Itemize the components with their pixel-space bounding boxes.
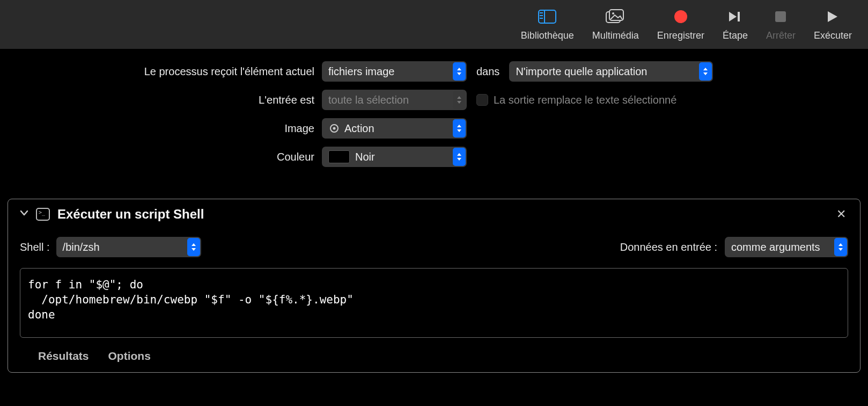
replace-output-checkbox: La sortie remplace le texte sélectionné	[476, 94, 676, 106]
script-content: for f in "$@"; do /opt/homebrew/bin/cweb…	[28, 277, 840, 322]
stepper-icon	[699, 62, 712, 81]
shell-value: /bin/zsh	[63, 241, 100, 253]
app-select[interactable]: N'importe quelle application	[509, 61, 713, 82]
results-tab[interactable]: Résultats	[38, 350, 89, 363]
color-swatch	[328, 150, 350, 163]
input-data-select[interactable]: comme arguments	[725, 237, 848, 257]
svg-rect-2	[540, 12, 543, 13]
collapse-toggle[interactable]	[20, 209, 28, 219]
svg-rect-9	[738, 12, 740, 21]
action-title: Exécuter un script Shell	[57, 207, 204, 222]
app-value: N'importe quelle application	[516, 66, 647, 78]
library-label: Bibliothèque	[521, 30, 574, 41]
run-button[interactable]: Exécuter	[814, 8, 852, 41]
image-label: Image	[0, 122, 322, 135]
svg-point-7	[612, 12, 614, 15]
image-select[interactable]: Action	[322, 118, 467, 139]
media-label: Multimédia	[592, 30, 639, 41]
input-data-label: Données en entrée :	[620, 241, 717, 253]
record-icon	[674, 8, 688, 26]
close-icon[interactable]: ✕	[834, 207, 848, 221]
library-button[interactable]: Bibliothèque	[521, 8, 574, 41]
record-button[interactable]: Enregistrer	[657, 8, 704, 41]
in-label: dans	[476, 66, 499, 78]
svg-point-8	[674, 10, 687, 23]
stepper-icon	[453, 119, 466, 137]
play-icon	[827, 8, 838, 26]
svg-rect-3	[540, 15, 543, 16]
input-is-label: L'entrée est	[0, 94, 322, 106]
svg-point-12	[333, 127, 336, 130]
toolbar: Bibliothèque Multimédia Enregistrer Étap…	[0, 0, 868, 49]
stepper-icon	[453, 91, 466, 109]
stepper-icon	[187, 238, 200, 256]
step-icon	[728, 8, 742, 26]
checkbox-box	[476, 94, 488, 106]
run-label: Exécuter	[814, 30, 852, 41]
replace-output-label: La sortie remplace le texte sélectionné	[494, 94, 676, 106]
svg-rect-10	[775, 11, 786, 22]
shell-action-card: >_ Exécuter un script Shell ✕ Shell : /b…	[8, 199, 860, 373]
sidebar-icon	[538, 8, 556, 26]
workflow-config: Le processus reçoit l'élément actuel fic…	[0, 49, 868, 191]
color-value: Noir	[355, 151, 375, 163]
stepper-icon	[834, 238, 847, 256]
step-label: Étape	[723, 30, 748, 41]
gear-icon	[328, 124, 340, 133]
shell-select[interactable]: /bin/zsh	[56, 237, 201, 257]
stepper-icon	[453, 62, 466, 81]
record-label: Enregistrer	[657, 30, 704, 41]
stepper-icon	[453, 148, 466, 166]
media-button[interactable]: Multimédia	[592, 8, 639, 41]
stop-button: Arrêter	[766, 8, 796, 41]
step-button[interactable]: Étape	[723, 8, 748, 41]
action-footer: Résultats Options	[20, 350, 848, 363]
receives-select[interactable]: fichiers image	[322, 61, 467, 82]
action-header: >_ Exécuter un script Shell ✕	[20, 207, 848, 222]
script-editor[interactable]: for f in "$@"; do /opt/homebrew/bin/cweb…	[20, 268, 848, 338]
color-select[interactable]: Noir	[322, 147, 467, 167]
input-is-value: toute la sélection	[328, 94, 409, 106]
shell-label: Shell :	[20, 241, 50, 253]
stop-icon	[775, 8, 786, 26]
pictures-icon	[606, 8, 625, 26]
input-data-value: comme arguments	[731, 241, 820, 253]
terminal-icon: >_	[36, 208, 50, 221]
stop-label: Arrêter	[766, 30, 796, 41]
options-tab[interactable]: Options	[108, 350, 151, 363]
image-value: Action	[344, 122, 374, 135]
receives-value: fichiers image	[328, 66, 394, 78]
svg-rect-4	[540, 18, 543, 19]
color-label: Couleur	[0, 151, 322, 163]
receives-label: Le processus reçoit l'élément actuel	[0, 66, 322, 78]
svg-rect-0	[539, 10, 556, 23]
input-is-select: toute la sélection	[322, 90, 467, 110]
